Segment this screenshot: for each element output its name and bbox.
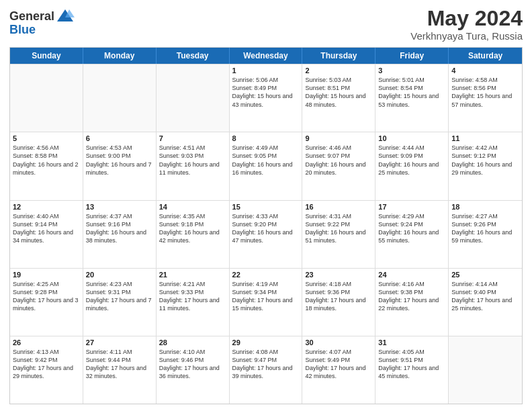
cell-sun-info: Sunrise: 4:29 AM Sunset: 9:24 PM Dayligh…	[378, 212, 445, 245]
cell-sun-info: Sunrise: 4:56 AM Sunset: 8:58 PM Dayligh…	[13, 144, 80, 177]
calendar-cell-empty	[10, 64, 83, 132]
cell-sun-info: Sunrise: 4:16 AM Sunset: 9:38 PM Dayligh…	[378, 280, 445, 313]
cell-sun-info: Sunrise: 4:33 AM Sunset: 9:20 PM Dayligh…	[232, 212, 300, 245]
calendar-cell-day-16: 16Sunrise: 4:31 AM Sunset: 9:22 PM Dayli…	[302, 201, 375, 268]
day-number: 9	[305, 134, 372, 142]
weekday-header-friday: Friday	[375, 48, 449, 64]
day-number: 26	[13, 338, 80, 347]
day-number: 2	[305, 66, 372, 75]
calendar-cell-day-27: 27Sunrise: 4:11 AM Sunset: 9:44 PM Dayli…	[83, 336, 157, 404]
cell-sun-info: Sunrise: 4:51 AM Sunset: 9:03 PM Dayligh…	[159, 144, 226, 177]
cell-sun-info: Sunrise: 4:42 AM Sunset: 9:12 PM Dayligh…	[451, 144, 519, 177]
weekday-header-thursday: Thursday	[302, 48, 375, 64]
page: General Blue May 2024 Verkhnyaya Tura, R…	[0, 0, 532, 411]
calendar-cell-day-18: 18Sunrise: 4:27 AM Sunset: 9:26 PM Dayli…	[449, 201, 522, 268]
day-number: 24	[378, 271, 445, 279]
calendar-cell-day-2: 2Sunrise: 5:03 AM Sunset: 8:51 PM Daylig…	[302, 64, 375, 132]
calendar-cell-day-10: 10Sunrise: 4:44 AM Sunset: 9:09 PM Dayli…	[375, 132, 449, 199]
day-number: 4	[451, 66, 519, 75]
calendar-cell-day-20: 20Sunrise: 4:23 AM Sunset: 9:31 PM Dayli…	[83, 269, 157, 336]
logo-icon	[56, 7, 75, 26]
day-number: 20	[86, 271, 153, 279]
day-number: 21	[159, 271, 226, 279]
calendar-row-4: 26Sunrise: 4:13 AM Sunset: 9:42 PM Dayli…	[10, 336, 522, 404]
day-number: 10	[378, 134, 445, 142]
calendar-cell-day-3: 3Sunrise: 5:01 AM Sunset: 8:54 PM Daylig…	[375, 64, 449, 132]
calendar-cell-day-19: 19Sunrise: 4:25 AM Sunset: 9:28 PM Dayli…	[10, 269, 83, 336]
calendar-cell-day-13: 13Sunrise: 4:37 AM Sunset: 9:16 PM Dayli…	[83, 201, 157, 268]
title-block: May 2024 Verkhnyaya Tura, Russia	[410, 7, 523, 42]
calendar-row-1: 5Sunrise: 4:56 AM Sunset: 8:58 PM Daylig…	[10, 132, 522, 199]
calendar-cell-day-22: 22Sunrise: 4:19 AM Sunset: 9:34 PM Dayli…	[230, 269, 303, 336]
cell-sun-info: Sunrise: 4:25 AM Sunset: 9:28 PM Dayligh…	[13, 280, 80, 313]
day-number: 31	[378, 338, 445, 347]
day-number: 11	[451, 134, 519, 142]
cell-sun-info: Sunrise: 4:19 AM Sunset: 9:34 PM Dayligh…	[232, 280, 300, 313]
location-text: Verkhnyaya Tura, Russia	[410, 30, 523, 42]
day-number: 30	[305, 338, 372, 347]
calendar-cell-day-31: 31Sunrise: 4:05 AM Sunset: 9:51 PM Dayli…	[375, 336, 449, 404]
cell-sun-info: Sunrise: 4:23 AM Sunset: 9:31 PM Dayligh…	[86, 280, 153, 313]
cell-sun-info: Sunrise: 4:37 AM Sunset: 9:16 PM Dayligh…	[86, 212, 153, 245]
day-number: 3	[378, 66, 445, 75]
calendar-cell-day-6: 6Sunrise: 4:53 AM Sunset: 9:00 PM Daylig…	[83, 132, 157, 199]
calendar-cell-day-12: 12Sunrise: 4:40 AM Sunset: 9:14 PM Dayli…	[10, 201, 83, 268]
day-number: 23	[305, 271, 372, 279]
calendar-row-3: 19Sunrise: 4:25 AM Sunset: 9:28 PM Dayli…	[10, 268, 522, 336]
day-number: 18	[451, 203, 519, 211]
cell-sun-info: Sunrise: 4:27 AM Sunset: 9:26 PM Dayligh…	[451, 212, 519, 245]
day-number: 29	[232, 338, 300, 347]
day-number: 12	[13, 203, 80, 211]
calendar-cell-day-5: 5Sunrise: 4:56 AM Sunset: 8:58 PM Daylig…	[10, 132, 83, 199]
calendar-cell-day-4: 4Sunrise: 4:58 AM Sunset: 8:56 PM Daylig…	[449, 64, 522, 132]
day-number: 1	[232, 66, 300, 75]
day-number: 28	[159, 338, 226, 347]
day-number: 25	[451, 271, 519, 279]
calendar-cell-day-29: 29Sunrise: 4:08 AM Sunset: 9:47 PM Dayli…	[230, 336, 303, 404]
calendar-cell-day-11: 11Sunrise: 4:42 AM Sunset: 9:12 PM Dayli…	[449, 132, 522, 199]
calendar-cell-day-30: 30Sunrise: 4:07 AM Sunset: 9:49 PM Dayli…	[302, 336, 375, 404]
logo: General Blue	[9, 7, 75, 37]
calendar-cell-empty	[157, 64, 230, 132]
cell-sun-info: Sunrise: 4:10 AM Sunset: 9:46 PM Dayligh…	[159, 348, 226, 381]
day-number: 17	[378, 203, 445, 211]
weekday-header-tuesday: Tuesday	[157, 48, 230, 64]
weekday-header-wednesday: Wednesday	[230, 48, 303, 64]
day-number: 22	[232, 271, 300, 279]
cell-sun-info: Sunrise: 4:35 AM Sunset: 9:18 PM Dayligh…	[159, 212, 226, 245]
cell-sun-info: Sunrise: 4:07 AM Sunset: 9:49 PM Dayligh…	[305, 348, 372, 381]
calendar-cell-day-23: 23Sunrise: 4:18 AM Sunset: 9:36 PM Dayli…	[302, 269, 375, 336]
cell-sun-info: Sunrise: 4:05 AM Sunset: 9:51 PM Dayligh…	[378, 348, 445, 381]
cell-sun-info: Sunrise: 5:03 AM Sunset: 8:51 PM Dayligh…	[305, 76, 372, 109]
day-number: 19	[13, 271, 80, 279]
day-number: 27	[86, 338, 153, 347]
cell-sun-info: Sunrise: 4:53 AM Sunset: 9:00 PM Dayligh…	[86, 144, 153, 177]
cell-sun-info: Sunrise: 4:44 AM Sunset: 9:09 PM Dayligh…	[378, 144, 445, 177]
weekday-header-sunday: Sunday	[10, 48, 83, 64]
cell-sun-info: Sunrise: 4:46 AM Sunset: 9:07 PM Dayligh…	[305, 144, 372, 177]
cell-sun-info: Sunrise: 5:06 AM Sunset: 8:49 PM Dayligh…	[232, 76, 300, 109]
calendar-body: 1Sunrise: 5:06 AM Sunset: 8:49 PM Daylig…	[10, 64, 522, 404]
month-year-title: May 2024	[410, 7, 523, 30]
day-number: 14	[159, 203, 226, 211]
logo-general-text: General	[9, 9, 54, 24]
weekday-header-saturday: Saturday	[449, 48, 522, 64]
calendar-cell-day-26: 26Sunrise: 4:13 AM Sunset: 9:42 PM Dayli…	[10, 336, 83, 404]
day-number: 15	[232, 203, 300, 211]
day-number: 6	[86, 134, 153, 142]
calendar-header: SundayMondayTuesdayWednesdayThursdayFrid…	[10, 48, 522, 64]
calendar-cell-day-9: 9Sunrise: 4:46 AM Sunset: 9:07 PM Daylig…	[302, 132, 375, 199]
cell-sun-info: Sunrise: 4:14 AM Sunset: 9:40 PM Dayligh…	[451, 280, 519, 313]
cell-sun-info: Sunrise: 5:01 AM Sunset: 8:54 PM Dayligh…	[378, 76, 445, 109]
calendar-cell-day-8: 8Sunrise: 4:49 AM Sunset: 9:05 PM Daylig…	[230, 132, 303, 199]
header: General Blue May 2024 Verkhnyaya Tura, R…	[9, 7, 523, 42]
cell-sun-info: Sunrise: 4:21 AM Sunset: 9:33 PM Dayligh…	[159, 280, 226, 313]
calendar-row-2: 12Sunrise: 4:40 AM Sunset: 9:14 PM Dayli…	[10, 200, 522, 268]
calendar-cell-day-28: 28Sunrise: 4:10 AM Sunset: 9:46 PM Dayli…	[157, 336, 230, 404]
calendar-cell-day-1: 1Sunrise: 5:06 AM Sunset: 8:49 PM Daylig…	[230, 64, 303, 132]
calendar-cell-day-7: 7Sunrise: 4:51 AM Sunset: 9:03 PM Daylig…	[157, 132, 230, 199]
weekday-header-monday: Monday	[83, 48, 157, 64]
calendar-cell-day-14: 14Sunrise: 4:35 AM Sunset: 9:18 PM Dayli…	[157, 201, 230, 268]
day-number: 13	[86, 203, 153, 211]
cell-sun-info: Sunrise: 4:11 AM Sunset: 9:44 PM Dayligh…	[86, 348, 153, 381]
